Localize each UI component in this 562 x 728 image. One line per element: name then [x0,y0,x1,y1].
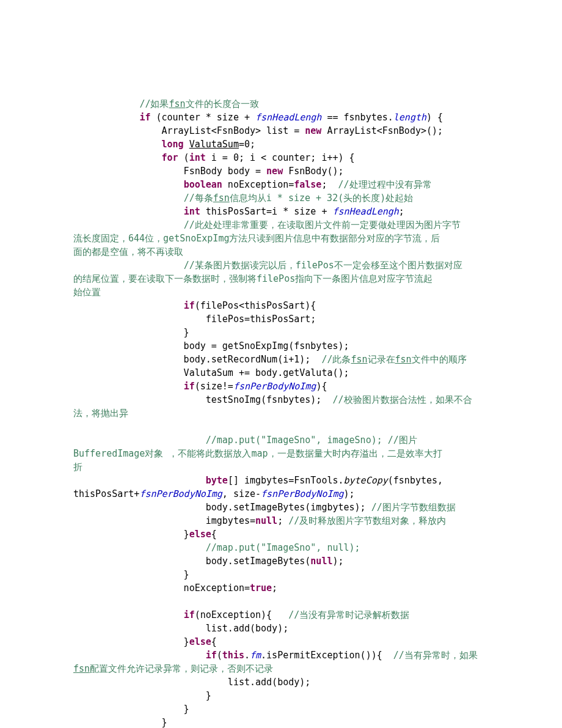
code-block: //如果fsn文件的长度合一致 if (counter * size + fsn… [73,97,489,728]
